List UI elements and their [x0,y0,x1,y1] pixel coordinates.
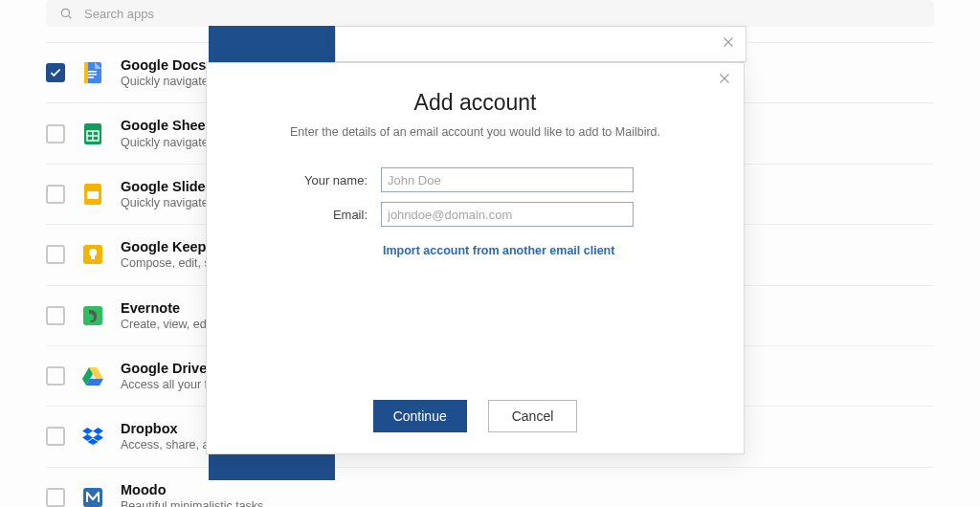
add-account-form: Your name: Email: Import account from an… [207,167,744,258]
name-input[interactable] [381,167,634,192]
svg-point-0 [61,9,69,16]
google-keep-icon [82,244,103,265]
google-docs-icon [82,62,103,83]
svg-rect-4 [87,71,97,73]
close-icon[interactable] [719,33,738,52]
dropbox-icon [82,426,103,447]
google-drive-icon [82,365,103,386]
svg-rect-7 [84,62,88,83]
checkbox-evernote[interactable] [46,306,65,325]
search-icon [59,7,73,20]
app-title: Moodo [121,481,263,498]
search-input[interactable] [84,7,921,21]
svg-rect-5 [87,74,97,76]
svg-rect-13 [87,191,99,199]
close-icon[interactable] [715,69,734,88]
parent-dialog [335,26,746,62]
email-input[interactable] [381,202,634,227]
email-label: Email: [207,208,381,222]
svg-line-1 [69,16,72,19]
svg-rect-17 [83,306,102,325]
app-desc: Beautiful minimalistic tasks [121,498,263,507]
search-bar[interactable] [46,0,934,27]
name-label: Your name: [207,173,381,187]
dialog-subtitle: Enter the details of an email account yo… [207,125,744,139]
svg-marker-21 [82,428,93,434]
evernote-icon [82,305,103,326]
checkbox-google-keep[interactable] [46,245,65,264]
cancel-button[interactable]: Cancel [488,400,578,432]
dialog-title: Add account [207,90,744,116]
google-sheets-icon [82,123,103,144]
google-slides-icon [82,184,103,205]
checkbox-google-drive[interactable] [46,366,65,386]
checkbox-dropbox[interactable] [46,427,65,446]
svg-rect-16 [91,255,95,259]
checkbox-google-docs[interactable] [46,63,65,82]
app-row-moodo[interactable]: Moodo Beautiful minimalistic tasks [46,468,934,507]
add-account-dialog: Add account Enter the details of an emai… [206,62,745,454]
checkbox-moodo[interactable] [46,488,65,507]
checkbox-google-sheets[interactable] [46,124,65,143]
svg-point-15 [89,249,97,256]
checkbox-google-slides[interactable] [46,185,65,204]
continue-button[interactable]: Continue [373,400,467,432]
import-account-link[interactable]: Import account from another email client [383,244,614,257]
svg-marker-22 [93,428,103,434]
svg-rect-6 [87,77,94,78]
moodo-icon [82,487,103,507]
